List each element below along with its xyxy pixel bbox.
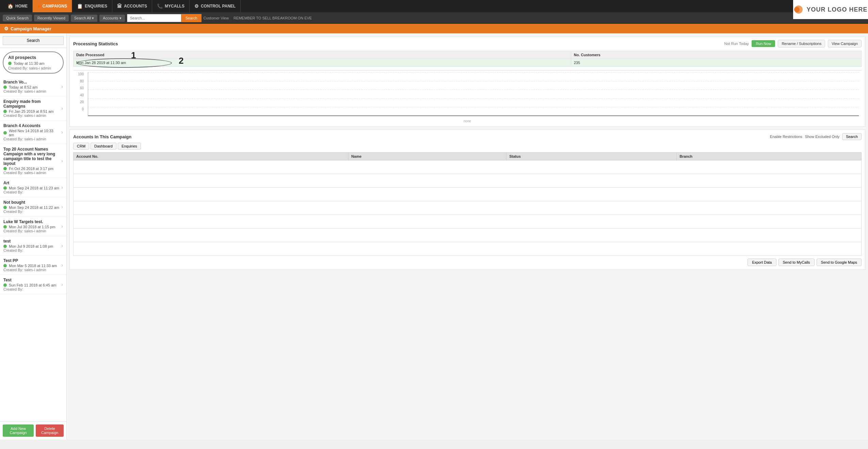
stats-title: Processing Statistics xyxy=(73,41,118,46)
view-campaign-button[interactable]: View Campaign xyxy=(828,40,862,47)
status-dot xyxy=(3,245,7,248)
chart-baseline xyxy=(88,115,859,116)
campaign-created: Created By: sales-i admin xyxy=(3,171,59,175)
search-input[interactable] xyxy=(127,14,181,22)
chevron-right-icon: › xyxy=(61,223,63,229)
nav-items: 🏠 HOME ● CAMPAIGNS 📋 ENQUIRIES 🏛 ACCOUNT… xyxy=(3,0,241,12)
stats-actions: Not Run Today Run Now Rename / Subscript… xyxy=(724,40,862,47)
status-dot xyxy=(3,186,7,190)
status-dot xyxy=(3,86,7,89)
list-item[interactable]: Top 20 Account Names Campaign with a ver… xyxy=(0,144,66,178)
logo-area: YOUR LOGO HERE xyxy=(793,0,868,19)
gridline-20 xyxy=(88,107,859,107)
second-nav: Quick Search Recently Viewed Search All … xyxy=(0,12,868,24)
table-row xyxy=(74,174,862,188)
chevron-right-icon: › xyxy=(61,204,63,210)
control-panel-icon: ⚙ xyxy=(194,3,199,9)
col-branch: Branch xyxy=(677,153,862,160)
accounts-search-button[interactable]: Search xyxy=(842,133,862,140)
delete-campaign-button[interactable]: Delete Campaign xyxy=(36,424,64,437)
table-row: Mon Jan 28 2019 at 11:30 am 235 xyxy=(74,59,862,67)
chart-canvas xyxy=(88,72,859,116)
y-label-0: 0 xyxy=(82,107,84,111)
list-item[interactable]: Enquiry made from Campaigns Fri Jan 25 2… xyxy=(0,96,66,121)
customer-view-button[interactable]: Customer View xyxy=(204,16,229,20)
add-new-campaign-button[interactable]: Add New Campaign xyxy=(3,424,34,437)
campaign-created: Created By: sales-i admin xyxy=(3,137,59,141)
run-now-button[interactable]: Run Now xyxy=(752,40,775,47)
chevron-right-icon: › xyxy=(61,262,63,268)
list-item[interactable]: Branch 4 Accounts Wed Nov 14 2018 at 10:… xyxy=(0,121,66,144)
chart-none-label: none xyxy=(73,118,862,123)
campaign-created: Created By: xyxy=(3,190,59,194)
campaign-item-title: Top 20 Account Names Campaign with a ver… xyxy=(3,147,59,166)
table-row xyxy=(74,215,862,229)
show-excluded-label: Show Excluded Only xyxy=(805,135,840,139)
table-row xyxy=(74,188,862,201)
campaign-created: Created By: sales-i admin xyxy=(3,89,59,93)
cell-date: Mon Jan 28 2019 at 11:30 am xyxy=(74,59,571,67)
chevron-right-icon: › xyxy=(61,185,63,190)
status-dot xyxy=(3,206,7,209)
nav-item-enquiries[interactable]: 📋 ENQUIRIES xyxy=(72,0,112,12)
stats-table: Date Processed No. Customers Mon Jan 28 … xyxy=(73,51,862,67)
main-content: Processing Statistics Not Run Today Run … xyxy=(67,33,868,439)
list-item[interactable]: Test Sun Feb 11 2018 at 6:45 am Created … xyxy=(0,275,66,294)
not-run-text: Not Run Today xyxy=(724,42,749,46)
sidebar-bottom: Add New Campaign Delete Campaign xyxy=(0,421,66,439)
sidebar-search-button[interactable]: Search xyxy=(3,36,64,45)
table-row xyxy=(74,160,862,174)
nav-item-campaigns[interactable]: ● CAMPAIGNS xyxy=(33,0,72,12)
nav-item-accounts[interactable]: 🏛 ACCOUNTS xyxy=(112,0,152,12)
recently-viewed-button[interactable]: Recently Viewed xyxy=(34,15,69,21)
tab-crm[interactable]: CRM xyxy=(73,143,89,150)
status-dot xyxy=(3,225,7,229)
search-go-button[interactable]: Search xyxy=(181,14,202,22)
campaign-item-title: test xyxy=(3,239,59,244)
list-item[interactable]: Not bought Mon Sep 24 2018 at 11:22 am C… xyxy=(0,197,66,217)
tab-dashboard[interactable]: Dashboard xyxy=(91,143,116,150)
svg-point-1 xyxy=(794,7,800,12)
top-nav: 🏠 HOME ● CAMPAIGNS 📋 ENQUIRIES 🏛 ACCOUNT… xyxy=(0,0,868,12)
list-item[interactable]: Test PP Mon Mar 5 2018 at 11:33 am Creat… xyxy=(0,256,66,275)
send-to-google-maps-button[interactable]: Send to Google Maps xyxy=(817,259,862,266)
send-to-mycalls-button[interactable]: Send to MyCalls xyxy=(778,259,815,266)
campaign-created: Created By: sales-i admin xyxy=(3,113,59,118)
table-row xyxy=(74,229,862,242)
chevron-right-icon: › xyxy=(61,106,63,111)
nav-campaigns-label: CAMPAIGNS xyxy=(42,4,67,9)
campaign-item-all-prospects[interactable]: All prospects Today at 11:30 am Created … xyxy=(3,51,64,74)
nav-item-home[interactable]: 🏠 HOME xyxy=(3,0,33,12)
y-label-100: 100 xyxy=(78,72,84,76)
tab-buttons: CRM Dashboard Enquiries xyxy=(73,143,862,150)
quick-search-button[interactable]: Quick Search xyxy=(3,15,32,21)
campaign-created: Created By: sales-i admin xyxy=(3,268,59,272)
list-item[interactable]: Luke W Targets test. Mon Jul 30 2018 at … xyxy=(0,217,66,236)
accounts-dropdown[interactable]: Accounts ▾ xyxy=(99,15,125,22)
col-date-processed: Date Processed xyxy=(74,51,571,59)
status-dot xyxy=(3,110,7,113)
gridline-80 xyxy=(88,81,859,81)
nav-item-control-panel[interactable]: ⚙ CONTROL PANEL xyxy=(190,0,241,12)
status-dot xyxy=(3,131,7,135)
tab-enquiries[interactable]: Enquiries xyxy=(118,143,141,150)
status-dot xyxy=(3,167,7,170)
y-label-60: 60 xyxy=(80,86,84,90)
chevron-right-icon: › xyxy=(61,158,63,164)
enquiries-icon: 📋 xyxy=(77,3,83,9)
accounts-actions: Enable Restrictions Show Excluded Only S… xyxy=(770,133,862,140)
col-no-customers: No. Customers xyxy=(571,51,861,59)
nav-item-mycalls[interactable]: 📞 MYCALLS xyxy=(152,0,190,12)
campaigns-icon: ● xyxy=(37,3,40,9)
accounts-icon: 🏛 xyxy=(117,3,122,9)
rename-subscriptions-button[interactable]: Rename / Subscriptions xyxy=(778,40,825,47)
accounts-header: Accounts In This Campaign Enable Restric… xyxy=(73,133,862,140)
list-item[interactable]: test Mon Jul 9 2018 at 1:08 pm Created B… xyxy=(0,236,66,256)
sidebar: Search All prospects Today at 11:30 am C… xyxy=(0,33,67,439)
search-all-dropdown[interactable]: Search All ▾ xyxy=(71,15,98,22)
all-prospects-title: All prospects xyxy=(8,55,58,60)
campaign-bar-icon: ⚙ xyxy=(4,26,9,31)
export-data-button[interactable]: Export Data xyxy=(748,259,776,266)
list-item[interactable]: Art Mon Sep 24 2018 at 11:23 am Created … xyxy=(0,178,66,197)
list-item[interactable]: Branch Vo... Today at 8:52 am Created By… xyxy=(0,77,66,96)
